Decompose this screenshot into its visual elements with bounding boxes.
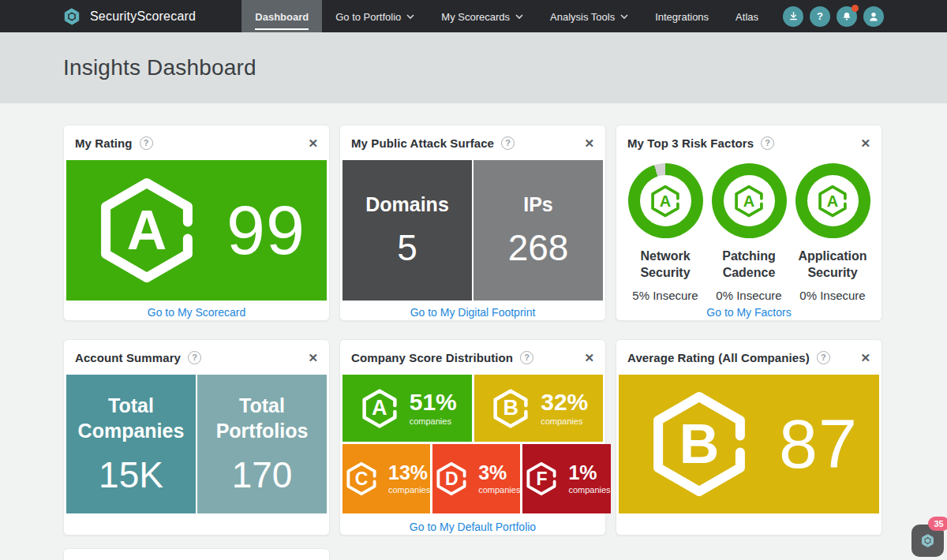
notification-dot — [852, 5, 859, 12]
brand[interactable]: SecurityScorecard — [62, 0, 196, 32]
account-button[interactable] — [863, 6, 884, 27]
grade-c-block: C 13% companies — [342, 444, 430, 513]
grade-a-block: A 51% companies — [342, 375, 472, 442]
grade-a-pct: 51% — [410, 390, 457, 414]
rating-score: 99 — [226, 190, 305, 271]
help-icon[interactable]: ? — [140, 136, 153, 150]
factor-name: Patching Cadence — [708, 248, 790, 282]
card-header: My Public Attack Surface ? ✕ — [340, 125, 605, 160]
go-to-my-factors-link[interactable]: Go to My Factors — [706, 306, 791, 319]
nav-item-integrations[interactable]: Integrations — [642, 0, 722, 32]
grade-f-pct: 1% — [568, 463, 597, 483]
card-risk-factors: My Top 3 Risk Factors ? ✕ A Network Secu… — [616, 125, 882, 321]
chat-widget-button[interactable]: 35 — [911, 525, 944, 557]
factor-insecure-pct: 5% Insecure — [632, 289, 698, 302]
bell-icon — [841, 11, 852, 22]
help-icon: ? — [817, 10, 823, 22]
go-to-digital-footprint-link[interactable]: Go to My Digital Footprint — [410, 306, 536, 319]
factor-network-security: A Network Security 5% Insecure — [624, 163, 706, 302]
grade-hexagon-icon: F — [522, 460, 560, 498]
average-rating-score: 87 — [779, 404, 858, 484]
brand-name: SecurityScorecard — [90, 9, 196, 24]
page-title: Insights Dashboard — [63, 55, 256, 80]
domains-panel: Domains 5 — [342, 160, 472, 301]
help-button[interactable]: ? — [810, 6, 830, 27]
factor-donut-gauge: A — [712, 163, 787, 238]
close-icon[interactable]: ✕ — [308, 352, 318, 364]
help-icon[interactable]: ? — [817, 351, 830, 364]
average-rating-panel: B 87 — [619, 375, 879, 513]
help-icon[interactable]: ? — [188, 351, 201, 364]
primary-nav: Dashboard Go to Portfolio My Scorecards … — [241, 0, 772, 32]
grade-hexagon-icon: C — [342, 460, 380, 498]
grade-b-pct: 32% — [541, 390, 588, 414]
nav-item-analysis-tools[interactable]: Analysis Tools — [537, 0, 642, 32]
person-icon — [867, 10, 880, 23]
card-account-summary: Account Summary ? ✕ Total Companies 15K … — [63, 339, 330, 536]
nav-item-atlas[interactable]: Atlas — [722, 0, 772, 32]
domains-label: Domains — [365, 192, 449, 218]
total-companies-value: 15K — [99, 454, 163, 496]
grade-b-block: B 32% companies — [474, 375, 604, 442]
grade-hexagon-icon: A — [647, 183, 683, 219]
nav-item-dashboard[interactable]: Dashboard — [241, 0, 322, 32]
download-icon — [788, 10, 799, 22]
help-icon[interactable]: ? — [761, 136, 774, 150]
page-header: Insights Dashboard — [0, 32, 947, 103]
download-button[interactable] — [783, 6, 803, 27]
domains-value: 5 — [397, 226, 417, 269]
help-icon[interactable]: ? — [501, 136, 515, 150]
companies-caption: companies — [541, 416, 582, 426]
card-header: My Rating ? ✕ — [64, 125, 329, 160]
grade-d-block: D 3% companies — [432, 444, 520, 513]
grade-hexagon-icon: A — [357, 386, 402, 431]
nav-icon-buttons: ? — [783, 0, 884, 32]
card-header: Company Score Distribution ? ✕ — [340, 340, 605, 375]
card-title: Average Rating (All Companies) — [627, 351, 810, 364]
card-title: My Rating — [75, 136, 133, 150]
ips-label: IPs — [523, 192, 553, 218]
grade-hexagon-badge: B — [640, 385, 758, 503]
factor-name: Application Security — [792, 248, 874, 282]
grade-d-pct: 3% — [478, 463, 507, 483]
nav-item-go-to-portfolio[interactable]: Go to Portfolio — [322, 0, 428, 32]
securityscorecard-logo-icon — [919, 532, 936, 549]
factor-name: Network Security — [624, 248, 706, 282]
companies-caption: companies — [410, 416, 451, 426]
go-to-my-scorecard-link[interactable]: Go to My Scorecard — [148, 306, 246, 319]
nav-item-my-scorecards[interactable]: My Scorecards — [428, 0, 537, 32]
companies-caption: companies — [568, 485, 610, 495]
card-partial-next-row — [63, 548, 330, 560]
close-icon[interactable]: ✕ — [860, 352, 870, 364]
close-icon[interactable]: ✕ — [584, 352, 594, 364]
total-portfolios-value: 170 — [232, 454, 293, 496]
grade-letter: A — [127, 203, 167, 258]
total-portfolios-panel: Total Portfolios 170 — [197, 375, 327, 513]
card-title: Account Summary — [75, 351, 181, 364]
go-to-default-portfolio-link[interactable]: Go to My Default Portfolio — [410, 521, 536, 533]
grade-hexagon-icon: D — [432, 460, 470, 498]
card-title: My Public Attack Surface — [351, 136, 494, 150]
top-nav: SecurityScorecard Dashboard Go to Portfo… — [0, 0, 947, 32]
card-attack-surface: My Public Attack Surface ? ✕ Domains 5 I… — [339, 125, 606, 321]
ips-panel: IPs 268 — [474, 160, 603, 301]
close-icon[interactable]: ✕ — [860, 137, 870, 149]
grade-hexagon-icon: B — [488, 386, 533, 431]
card-header: Average Rating (All Companies) ? ✕ — [616, 340, 881, 375]
card-my-rating: My Rating ? ✕ A 99 Go to My Scorecard — [63, 125, 330, 321]
card-score-distribution: Company Score Distribution ? ✕ A 51% com… — [339, 339, 606, 536]
chat-unread-badge: 35 — [928, 517, 947, 531]
chevron-down-icon — [406, 14, 414, 19]
notifications-button[interactable] — [837, 6, 857, 27]
card-header: Account Summary ? ✕ — [64, 340, 329, 375]
companies-caption: companies — [388, 485, 430, 495]
ips-value: 268 — [508, 226, 569, 269]
factor-application-security: A Application Security 0% Insecure — [792, 163, 874, 302]
help-icon[interactable]: ? — [520, 351, 533, 364]
chevron-down-icon — [515, 14, 523, 19]
card-title: Company Score Distribution — [351, 351, 513, 364]
close-icon[interactable]: ✕ — [584, 137, 594, 149]
close-icon[interactable]: ✕ — [308, 137, 318, 149]
factor-insecure-pct: 0% Insecure — [716, 289, 781, 302]
grade-hexagon-icon: A — [731, 183, 767, 219]
